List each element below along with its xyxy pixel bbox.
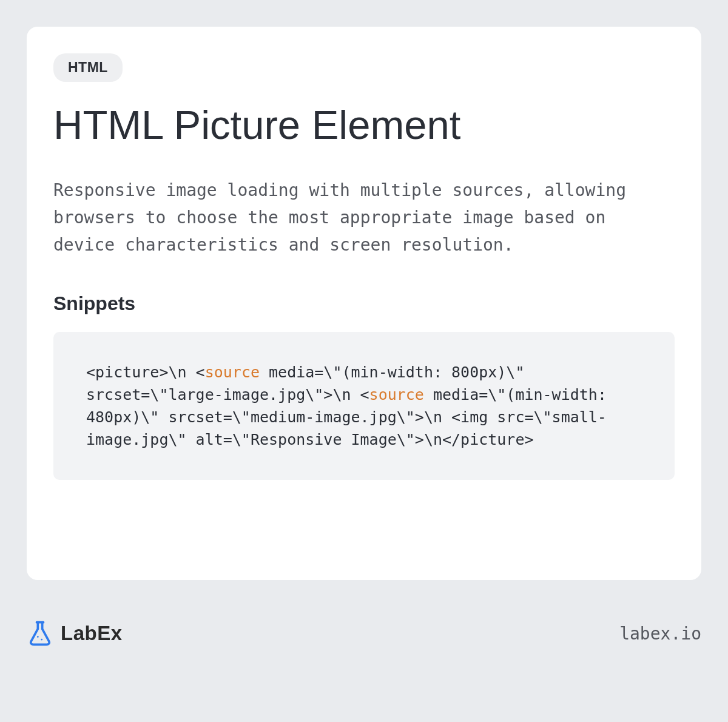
brand-name: LabEx (61, 622, 123, 645)
svg-point-1 (41, 639, 42, 641)
page-title: HTML Picture Element (53, 101, 675, 148)
code-snippet-block: <picture>\n <source media=\"(min-width: … (53, 332, 675, 480)
code-highlight: source (369, 386, 424, 403)
description-text: Responsive image loading with multiple s… (53, 177, 675, 258)
svg-point-0 (37, 636, 39, 638)
site-url: labex.io (619, 624, 701, 644)
language-tag: HTML (53, 53, 123, 82)
content-card: HTML HTML Picture Element Responsive ima… (27, 27, 701, 580)
brand: LabEx (27, 620, 123, 647)
code-text: <picture>\n < (86, 363, 205, 381)
code-highlight: source (205, 363, 260, 381)
footer: LabEx labex.io (27, 609, 701, 658)
snippets-heading: Snippets (53, 292, 675, 315)
flask-icon (27, 620, 53, 647)
